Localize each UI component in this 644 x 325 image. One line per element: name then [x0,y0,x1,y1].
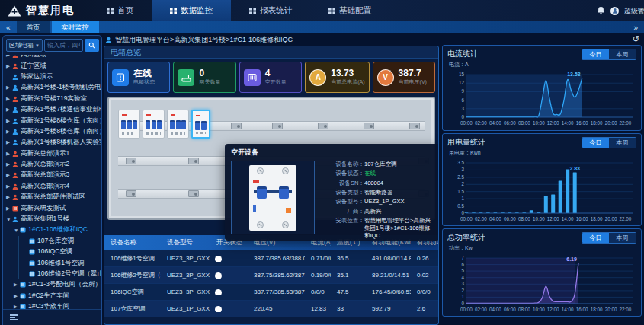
tree-arrow-icon: ▶ [14,282,20,288]
tooltip-fields: 设备名称：107仓库空调设备状态：在线设备SN：400004设备类型：智能断路器… [322,161,434,241]
field-value: 107仓库空调 [364,161,397,168]
sidebar: 区域电箱 ▼ ▶四川区域▶辽宁区域陈家达演示▶高新兴1号楼-1楼考勤机旁电箱▶高… [2,35,102,325]
tree-item[interactable]: ▶1#C3华欣车间 [3,301,101,309]
svg-text:2.5: 2.5 [457,174,464,180]
tree-item[interactable]: ▼高新兴集团1号楼 [3,214,101,225]
tab-0[interactable]: 首页 [17,21,50,33]
nav-item-3[interactable]: 基础配置 [310,0,389,21]
field-label: 设备名称： [322,161,364,168]
person-icon [12,151,18,157]
back-icon[interactable]: ↺ [633,35,639,43]
svg-text:10:00: 10:00 [533,120,545,126]
svg-text:1.5: 1.5 [457,189,464,194]
tree-item[interactable]: ▶高新兴1号楼8楼机器人实验室 [3,137,101,148]
tree-item[interactable]: ▶辽宁区域 [3,60,101,71]
bell-icon[interactable] [597,6,605,15]
breaker-device[interactable] [167,110,189,139]
table-header-cell: 设备名称 [104,238,161,247]
range-button[interactable]: 今日 [582,49,609,59]
table-row[interactable]: 106维修2号空调（翠山）UEZ3_3P_GXX387.75/385.62/38… [104,267,438,284]
tree-item[interactable]: ▶1#C2生产车间 [3,291,101,301]
tree-item-label: 辽宁区域 [21,62,46,71]
terminal-block [409,123,420,129]
tree-arrow-icon: ▶ [6,172,12,178]
field-value: 400004 [364,180,383,187]
tree-item[interactable]: 107仓库空调 [3,236,101,247]
table-cell: 0.71/0/0 [305,255,331,262]
tree-item[interactable]: 106维修2号空调（翠山） [3,269,101,279]
overview-card: 在线电箱状态 [107,62,170,93]
tree-item[interactable]: ▶高新兴总部演示2 [3,159,101,170]
tree-item[interactable]: ▶高新兴总部演示3 [3,170,101,180]
tree-item[interactable]: ▶高新兴1号楼-1楼考勤机旁电箱 [3,82,101,93]
tree-item[interactable]: ▶四川区域 [3,55,101,60]
tree-arrow-icon: ▶ [6,129,12,135]
card-value: 4 [265,69,287,78]
range-button[interactable]: 本周 [609,233,636,243]
table-cell: 176.45/0/60.53 [366,288,411,295]
tree-item[interactable]: ▶1#C1-3号配电间（会所） [3,279,101,290]
range-button[interactable]: 今日 [582,138,609,148]
tree-item[interactable]: ▶高新兴1号楼8楼仓库（南向） [3,126,101,137]
chart-title: 用电量统计 [447,137,485,148]
svg-text:04:00: 04:00 [489,120,501,126]
table-row[interactable]: 107仓库空调UEZ3_1P_GXX220.4512.8333592.792.6 [104,301,438,317]
table-row[interactable]: 106维修1号空调UEZ3_3P_GXX387.7/385.68/388.020… [104,250,438,267]
tree-item[interactable]: ▶高新兴总部硬件测试区 [3,192,101,202]
tree-item[interactable]: ▶高新兴研发测试 [3,202,101,213]
tree-item[interactable]: ▶高新兴1号楼7楼通信事业部电箱 [3,104,101,115]
tree-item[interactable]: ▶高新兴总部演示4 [3,181,101,192]
tree-item[interactable]: 106IQC空调 [3,247,101,257]
tree-item-label: 1#C3华欣车间 [28,302,69,309]
svg-text:0.5: 0.5 [457,203,464,209]
nav-item-2[interactable]: 报表统计 [231,0,310,21]
tree-item[interactable]: ▶高新兴总部演示1 [3,148,101,159]
device-box-icon [20,293,26,299]
tree-item-label: 高新兴1号楼8楼仓库（东向） [21,116,101,126]
search-button[interactable] [85,39,99,52]
table-cell: UEZ3_3P_GXX [161,272,210,279]
tree-item[interactable]: 陈家达演示 [3,72,101,82]
tree-arrow-icon: ▶ [6,206,12,212]
tab-1[interactable]: 实时监控 [52,21,99,33]
tree-item-label: 高新兴1号楼719实验室 [21,94,87,104]
range-button[interactable]: 本周 [609,49,636,59]
list-menu-icon[interactable] [10,314,18,322]
svg-text:3: 3 [461,281,464,286]
user-avatar[interactable] [610,7,619,15]
ampere-icon: A [309,69,326,86]
tree-item[interactable]: 106维修1号空调 [3,257,101,268]
range-button[interactable]: 今日 [582,233,609,243]
breaker-device-selected[interactable] [191,110,210,139]
table-cell: 106维修2号空调（翠山） [104,271,161,279]
tree-item-label: 高新兴1号楼-1楼考勤机旁电箱 [21,83,101,92]
svg-text:06:00: 06:00 [504,216,516,221]
table-row[interactable]: 106IQC空调UEZ3_3P_GXX387.77/385.53/387.80/… [104,284,438,301]
search-type-dropdown[interactable]: 区域电箱 ▼ [6,39,43,52]
person-icon [12,139,18,145]
overview-card: 4空开数量 [239,62,302,93]
user-name[interactable]: 超级管理员 [624,6,644,16]
tree-item-label: 1#C1-3号配电间（会所） [28,280,101,289]
expand-tabs-icon[interactable]: » [627,24,644,32]
range-button[interactable]: 本周 [609,138,636,148]
tree-item[interactable]: ▶高新兴1号楼8楼仓库（东向） [3,115,101,126]
tree-item-label: 高新兴1号楼8楼机器人实验室 [21,138,101,147]
svg-text:6: 6 [461,262,464,267]
tree-item[interactable]: ▼1#C1-106维修和IQC [3,225,101,235]
tree-item[interactable]: ▶高新兴1号楼719实验室 [3,94,101,104]
collapse-sidebar-icon[interactable]: « [0,24,17,32]
svg-text:22:00: 22:00 [620,216,632,221]
nav-item-0[interactable]: 首页 [88,0,152,21]
chart-panel-1: 用电量统计 今日本周 用电量：Kwh 00.511.522.533.500:00… [442,133,642,226]
breaker-device[interactable] [118,110,140,139]
nav-item-1[interactable]: 数据监控 [152,0,231,21]
axis-unit-label: 用电量：Kwh [449,149,636,157]
card-value: 387.7 [399,69,427,78]
search-input[interactable] [44,39,83,52]
tree-item-label: 高新兴1号楼7楼通信事业部电箱 [21,105,101,114]
card-value: 13.73 [331,69,364,78]
tooltip-field: 设备状态：在线 [322,170,434,177]
table-cell: 89.21/0/14.51 [366,272,411,279]
breaker-device[interactable] [143,110,165,139]
